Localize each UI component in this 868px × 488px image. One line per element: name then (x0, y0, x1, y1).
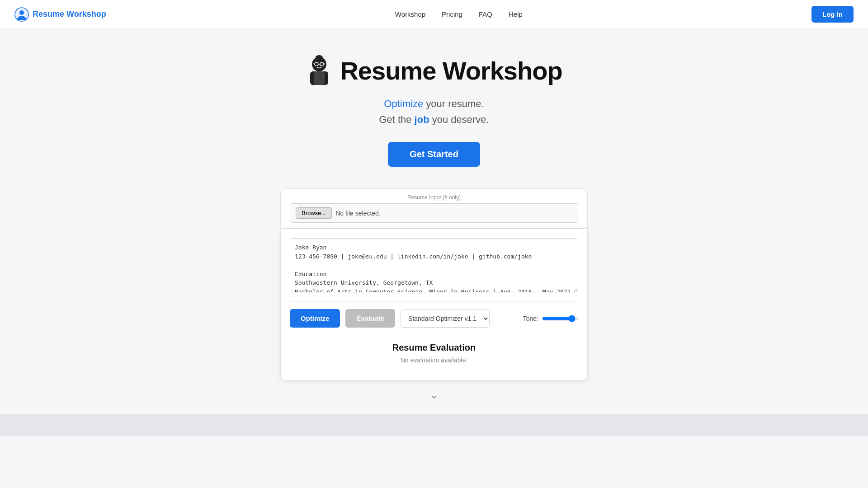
svg-point-10 (316, 55, 323, 60)
nav-menu: Workshop Pricing FAQ Help (395, 10, 523, 19)
subtitle-get: Get the (379, 114, 414, 125)
subtitle-resume: your resume. (423, 98, 484, 109)
scroll-chevron[interactable]: ⌄ (430, 389, 438, 401)
resume-input-label: Resume Input (# only) (290, 194, 578, 201)
bottom-bar (0, 414, 868, 436)
mascot-icon (306, 54, 333, 87)
optimizer-select[interactable]: Standard Optimizer v1.1 (401, 310, 490, 328)
card-top: Resume Input (# only) Browse... No file … (280, 188, 588, 229)
svg-line-8 (313, 64, 315, 64)
nav-help[interactable]: Help (509, 10, 523, 18)
tone-label: Tone: (523, 315, 538, 322)
hero-title: Resume Workshop (306, 54, 562, 87)
evaluation-title: Resume Evaluation (299, 343, 569, 353)
svg-rect-3 (314, 71, 325, 85)
subtitle-deserve: you deserve. (429, 114, 489, 125)
browse-button[interactable]: Browse... (296, 207, 332, 219)
subtitle-optimize: Optimize (384, 98, 423, 109)
evaluation-section: Resume Evaluation No evaluation availabl… (290, 335, 578, 371)
main-card: Optimize Evaluate Standard Optimizer v1.… (280, 229, 588, 380)
file-input-row: Browse... No file selected. (290, 203, 578, 223)
tone-wrapper: Tone: (523, 315, 578, 322)
get-started-button[interactable]: Get Started (388, 142, 480, 167)
no-evaluation-text: No evaluation available. (299, 357, 569, 364)
chevron-down-icon: ⌄ (430, 389, 438, 401)
nav-workshop[interactable]: Workshop (395, 10, 425, 18)
file-no-selection: No file selected. (335, 210, 381, 217)
login-button[interactable]: Log In (811, 6, 854, 23)
brand-icon (14, 7, 29, 22)
hero-heading: Resume Workshop (340, 56, 562, 85)
brand-name: Resume Workshop (33, 9, 106, 19)
subtitle-job: job (415, 114, 429, 125)
controls-row: Optimize Evaluate Standard Optimizer v1.… (290, 301, 578, 328)
workshop-area: Resume Input (# only) Browse... No file … (280, 188, 588, 380)
svg-point-1 (19, 10, 24, 15)
svg-line-9 (324, 64, 325, 64)
tone-slider[interactable] (542, 315, 578, 322)
evaluate-button[interactable]: Evaluate (345, 309, 395, 328)
brand-link[interactable]: Resume Workshop (14, 7, 106, 22)
optimize-button[interactable]: Optimize (290, 309, 340, 328)
resume-textarea[interactable] (290, 238, 578, 292)
hero-subtitle: Optimize your resume. Get the job you de… (379, 96, 489, 127)
hero-section: Resume Workshop Optimize your resume. Ge… (0, 0, 868, 405)
nav-faq[interactable]: FAQ (479, 10, 492, 18)
nav-pricing[interactable]: Pricing (442, 10, 462, 18)
navbar: Resume Workshop Workshop Pricing FAQ Hel… (0, 0, 868, 29)
